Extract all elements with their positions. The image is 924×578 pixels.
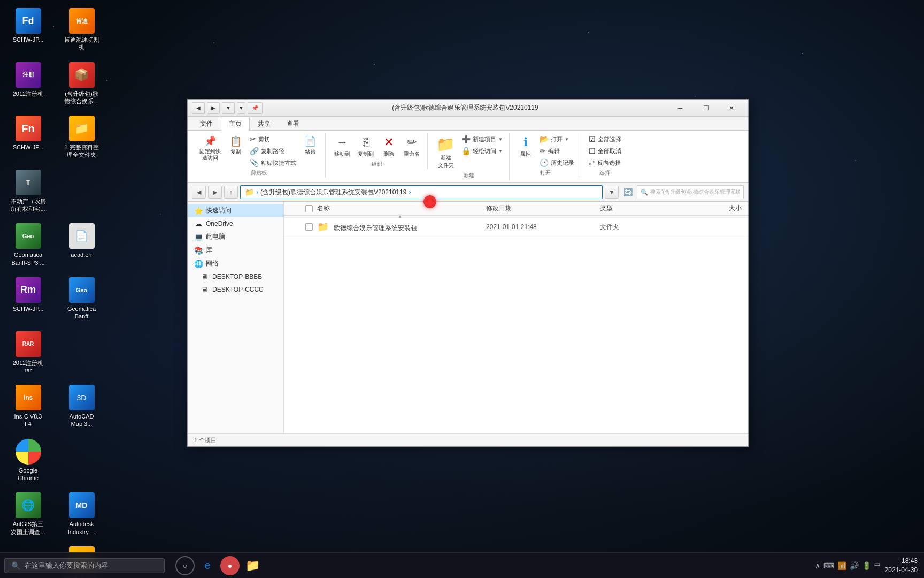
tray-lang-icon[interactable]: 中 <box>874 561 881 570</box>
select-all-checkbox[interactable] <box>305 205 313 212</box>
ribbon-edit-btn[interactable]: ✏ 编辑 <box>537 146 576 156</box>
desktop-icon-geo-banff2[interactable]: Geo GeomaticaBanff <box>59 275 104 323</box>
nav-item-thispc[interactable]: 💻 此电脑 <box>188 230 283 244</box>
desktop-icon-thm[interactable]: T 不动产（农房所有权和宅... <box>5 167 51 216</box>
col-size-header[interactable]: 大小 <box>687 204 742 213</box>
folder1-label: 1.完整资料整理全文件夹 <box>64 143 98 159</box>
ribbon-pin-btn[interactable]: 📌 固定到快速访问 <box>196 134 224 163</box>
address-path-bar[interactable]: 📁 › (含升级包)歌德综合娱乐管理系统安装包V20210119 › <box>240 185 603 199</box>
ribbon-open-btn[interactable]: 📂 打开 ▼ <box>537 134 576 144</box>
tray-volume-icon[interactable]: 🔊 <box>850 561 859 570</box>
taskbar-edge-btn[interactable]: e <box>197 555 218 576</box>
ribbon-deselect-all-btn[interactable]: ☐ 全部取消 <box>587 146 623 156</box>
ribbon-new-folder-btn[interactable]: 📁 新建文件夹 <box>433 134 458 171</box>
maximize-button[interactable]: ☐ <box>694 100 718 117</box>
tray-wifi-icon[interactable]: 📶 <box>837 561 846 570</box>
ribbon-properties-btn[interactable]: ℹ 属性 <box>515 134 536 159</box>
ribbon-tabs: 文件 主页 共享 查看 <box>188 117 748 131</box>
table-row[interactable]: 📁 歌德综合娱乐管理系统安装包 2021-01-01 21:48 文件夹 <box>284 218 748 237</box>
tab-share[interactable]: 共享 <box>250 117 279 131</box>
refresh-button[interactable]: 🔄 <box>621 185 635 199</box>
onedrive-icon: ☁ <box>194 219 203 228</box>
nav-up-btn[interactable]: ↑ <box>224 186 238 199</box>
desktop-icon-autodesk[interactable]: MD AutodeskIndustry ... <box>59 490 104 538</box>
tab-file[interactable]: 文件 <box>192 117 221 131</box>
copy-label: 复制 <box>230 148 241 156</box>
col-type-header[interactable]: 类型 <box>600 204 682 213</box>
col-date-header[interactable]: 修改日期 <box>486 204 596 213</box>
easy-access-chevron: ▼ <box>498 149 503 154</box>
desktop-icon-chrome[interactable]: GoogleChrome <box>5 436 51 485</box>
desktop-icon-folder1[interactable]: 📁 1.完整资料整理全文件夹 <box>59 113 104 162</box>
file-row-checkbox[interactable] <box>305 223 313 231</box>
deselect-all-label: 全部取消 <box>598 147 621 155</box>
desktop-icon-antgis[interactable]: 🌐 AntGIS第三次国土调查... <box>5 490 51 538</box>
desktop-icon-fn[interactable]: Fn SCHW-JP... <box>5 113 51 162</box>
desktop-icon-fd[interactable]: Fd SCHW-JP... <box>5 5 51 54</box>
ribbon-paste-btn[interactable]: 📄 粘贴 <box>299 134 321 157</box>
nav-item-quickaccess[interactable]: ⭐ 快速访问 <box>188 204 283 217</box>
desktop-icon-acad-err[interactable]: 📄 acad.err <box>59 220 104 269</box>
open-icon: 📂 <box>540 135 549 143</box>
taskbar-record-btn[interactable]: ● <box>220 556 240 575</box>
ribbon-history-btn[interactable]: 🕐 历史记录 <box>537 157 576 168</box>
tab-view[interactable]: 查看 <box>279 117 307 131</box>
tray-keyboard-icon[interactable]: ⌨ <box>823 561 834 570</box>
minimize-button[interactable]: ─ <box>668 100 692 117</box>
copy-path-icon: 🔗 <box>250 147 259 155</box>
desktop-icon-geo-banff[interactable]: Geo GeomaticaBanff-SP3 ... <box>5 220 51 269</box>
ribbon-select-all-btn[interactable]: ☑ 全部选择 <box>587 134 623 144</box>
desktop-icon-rar-2012[interactable]: RAR 2012注册机rar <box>5 329 51 377</box>
desktop-icon-hendi[interactable]: 肯迪 肯迪泡沫切割机 <box>59 5 104 54</box>
taskbar-cortana-btn[interactable]: ○ <box>175 556 195 575</box>
ribbon-delete-btn[interactable]: ✕ 删除 <box>378 134 399 159</box>
file-row-icon: 📁 <box>317 222 329 232</box>
ribbon-content: 📌 固定到快速访问 📋 复制 ✂ 剪切 <box>188 131 748 182</box>
clock-date: 2021-04-30 <box>885 566 918 575</box>
tray-battery-icon[interactable]: 🔋 <box>862 561 871 570</box>
desktop-icon-autocad[interactable]: 3D AutoCADMap 3... <box>59 382 104 431</box>
ribbon-new-buttons: 📁 新建文件夹 ➕ 新建项目 ▼ 🔓 轻松访问 <box>433 134 505 171</box>
nav-item-library[interactable]: 📚 库 <box>188 244 283 257</box>
desktop-icon-winrar-pkg[interactable]: 📦 (含升级包)歌德综合娱乐... <box>59 59 104 108</box>
nav-forward-btn[interactable]: ▶ <box>208 186 222 199</box>
desktop-icon-schw-rm[interactable]: Rm SCHW-JP... <box>5 275 51 323</box>
ribbon-copy-btn[interactable]: 📋 复制 <box>225 134 247 157</box>
ribbon-cut-btn[interactable]: ✂ 剪切 <box>248 134 298 144</box>
ribbon-invert-select-btn[interactable]: ⇄ 反向选择 <box>587 157 623 168</box>
taskbar-explorer-btn[interactable]: 📁 <box>242 555 263 576</box>
ribbon-new-item-btn[interactable]: ➕ 新建项目 ▼ <box>459 134 505 144</box>
nav-item-onedrive[interactable]: ☁ OneDrive <box>188 217 283 230</box>
ribbon-copy-path-btn[interactable]: 🔗 复制路径 <box>248 146 298 156</box>
title-nav-next[interactable]: ▶ <box>207 102 220 114</box>
nav-item-desktop-cccc[interactable]: 🖥 DESKTOP-CCCC <box>188 283 283 296</box>
tab-home[interactable]: 主页 <box>221 117 250 131</box>
nav-back-btn[interactable]: ◀ <box>192 186 206 199</box>
address-dropdown-btn[interactable]: ▼ <box>605 186 619 199</box>
title-nav-up[interactable]: ▼ <box>222 102 235 114</box>
2012reg-icon-label: 2012注册机 <box>13 90 43 97</box>
thm-label: 不动产（农房所有权和宅... <box>11 197 46 213</box>
ribbon-paste-shortcut-btn[interactable]: 📎 粘贴快捷方式 <box>248 157 298 168</box>
search-box[interactable]: 🔍 搜索"(含升级包)歌德综合娱乐管理系统安装包... <box>637 185 744 199</box>
title-nav-recent[interactable]: ▼ <box>237 102 245 114</box>
close-button[interactable]: ✕ <box>719 100 744 117</box>
ribbon-copyto-btn[interactable]: ⎘ 复制到 <box>355 134 377 159</box>
nav-item-network[interactable]: 🌐 网络 <box>188 257 283 270</box>
desktop-icon-2012reg[interactable]: 注册 2012注册机 <box>5 59 51 108</box>
desktop: Fd SCHW-JP... 肯迪 肯迪泡沫切割机 注册 2012注册机 📦 (含… <box>0 0 924 578</box>
ribbon-easy-access-btn[interactable]: 🔓 轻松访问 ▼ <box>459 146 505 156</box>
rar-2012-label: 2012注册机rar <box>13 359 43 375</box>
system-clock[interactable]: 18:43 2021-04-30 <box>885 557 918 575</box>
col-name-header[interactable]: 名称 <box>317 204 482 213</box>
title-nav-pin[interactable]: 📌 <box>248 102 263 114</box>
ribbon-rename-btn[interactable]: ✏ 重命名 <box>401 134 423 159</box>
tray-chevron-icon[interactable]: ∧ <box>815 561 820 570</box>
fd-icon-label: SCHW-JP... <box>13 36 44 43</box>
nav-item-desktop-bbbb[interactable]: 🖥 DESKTOP-BBBB <box>188 270 283 283</box>
title-nav-prev[interactable]: ◀ <box>192 102 205 114</box>
edit-label: 编辑 <box>548 147 560 155</box>
desktop-icon-ins[interactable]: Ins Ins-C V8.3F4 <box>5 382 51 431</box>
ribbon-move-btn[interactable]: → 移动到 <box>331 134 353 159</box>
taskbar-search-bar[interactable]: 🔍 在这里输入你要搜索的内容 <box>4 558 165 573</box>
